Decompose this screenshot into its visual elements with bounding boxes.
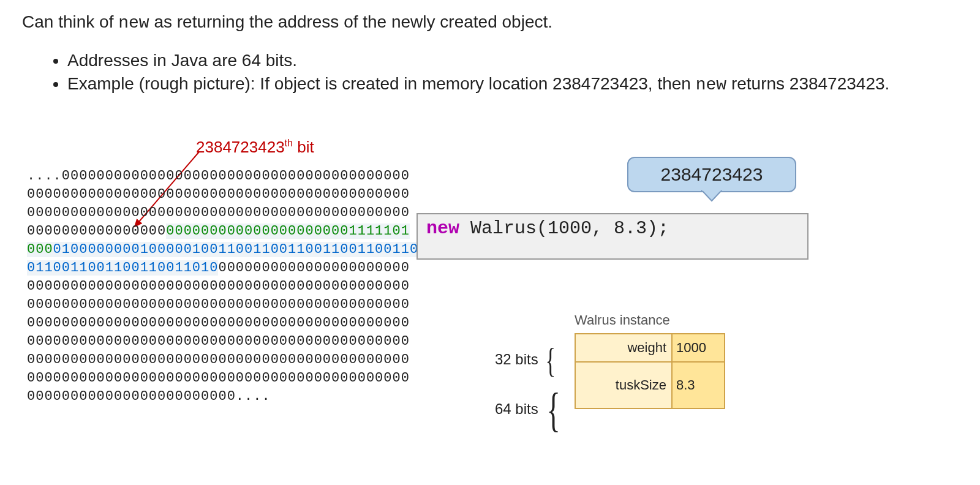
instance-table: weight 1000 tuskSize 8.3 <box>575 333 725 409</box>
label-32bits: 32 bits { <box>495 340 559 381</box>
bit-position-suffix: bit <box>293 138 314 156</box>
mem-line: 0000000000000000000000000000000000000000… <box>27 186 488 204</box>
mem-line: 0000000000000000000000000000000000000000… <box>27 296 488 314</box>
mem-seg: 0000000000000000000000 <box>218 260 409 276</box>
code-rest: Walrus(1000, 8.3); <box>459 218 669 239</box>
brace-icon: { <box>547 383 560 438</box>
intro-suffix: as returning the address of the newly cr… <box>149 12 552 31</box>
bubble-tail-icon <box>701 190 722 202</box>
label-64bits: 64 bits { <box>495 383 565 438</box>
mem-line: 0000000000000000000000000000000000000000… <box>27 369 488 388</box>
code-keyword: new <box>426 218 459 239</box>
tusksize-label: tuskSize <box>575 362 672 408</box>
bullet-2-suffix: returns 2384723423. <box>726 74 889 93</box>
mem-line: 0000000000000000000000000000000000000000… <box>27 277 488 296</box>
intro-code: new <box>118 13 149 32</box>
address-bubble: 2384723423 <box>627 157 796 192</box>
mem-line: ....000000000000000000000000000000000000… <box>27 167 488 186</box>
bit-position-sup: th <box>285 138 293 148</box>
intro-prefix: Can think of <box>22 12 118 31</box>
mem-line: 0000000000000000000000000000000000000000… <box>27 314 488 333</box>
instance-title: Walrus instance <box>575 312 670 328</box>
weight-label: weight <box>575 334 672 362</box>
bullet-list: Addresses in Java are 64 bits. Example (… <box>43 49 889 97</box>
mem-line: 0000000000000000000000000000000000000000… <box>27 351 488 369</box>
memory-bits: ....000000000000000000000000000000000000… <box>27 167 488 406</box>
code-box: new Walrus(1000, 8.3); <box>417 213 809 260</box>
slide: Can think of new as returning the addres… <box>0 0 980 485</box>
table-row: weight 1000 <box>575 334 725 362</box>
bullet-2-code: new <box>696 75 726 94</box>
mem-line: 0000000000000000000000000000000000000000… <box>27 333 488 351</box>
table-row: tuskSize 8.3 <box>575 362 725 408</box>
tusksize-value: 8.3 <box>672 362 725 408</box>
brace-icon: { <box>546 340 556 381</box>
bullet-2-prefix: Example (rough picture): If object is cr… <box>67 74 696 93</box>
bit-position-number: 2384723423 <box>196 138 285 156</box>
label-64bits-text: 64 bits <box>495 400 538 417</box>
bullet-1: Addresses in Java are 64 bits. <box>67 49 889 72</box>
label-32bits-text: 32 bits <box>495 351 538 367</box>
mem-seg: 0000000000000000 <box>27 224 166 239</box>
address-value: 2384723423 <box>661 164 763 184</box>
intro-text: Can think of new as returning the addres… <box>22 12 552 32</box>
bit-position-label: 2384723423th bit <box>196 138 314 157</box>
mem-line: 000000000000000000000000.... <box>27 388 488 406</box>
mem-line: 0110011001100110011010000000000000000000… <box>27 259 488 277</box>
mem-seg-weight: 0000000000000000000001111101 <box>166 224 410 239</box>
mem-seg-weight: 000 <box>27 242 53 257</box>
mem-seg-tusk: 0110011001100110011010 <box>27 260 218 276</box>
bullet-2: Example (rough picture): If object is cr… <box>67 72 889 97</box>
weight-value: 1000 <box>672 334 725 362</box>
